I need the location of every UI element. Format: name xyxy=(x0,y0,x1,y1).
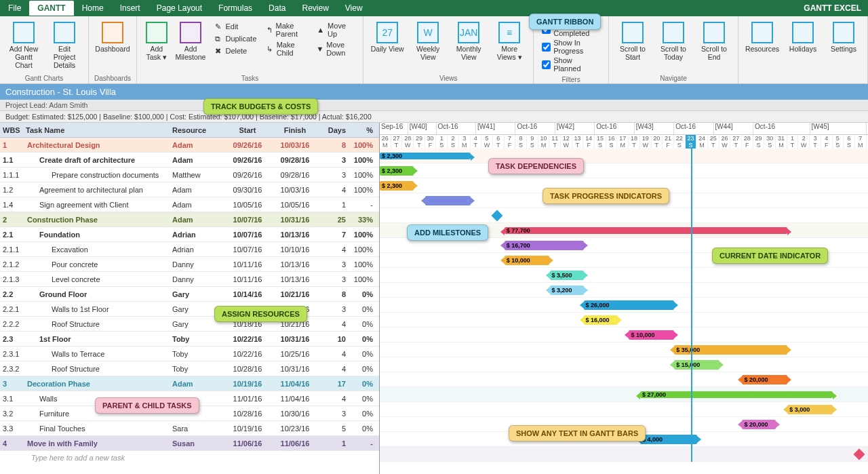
table-row[interactable]: 2Construction PhaseAdam10/07/1610/31/162… xyxy=(0,212,379,227)
scroll-start-button[interactable]: Scroll to Start xyxy=(613,19,652,73)
gantt-area[interactable]: Sep-16[W40]Oct-16[W41]Oct-16[W42]Oct-16[… xyxy=(380,123,868,474)
gantt-bar[interactable] xyxy=(425,196,471,205)
more-button[interactable]: ≡More Views ▾ xyxy=(490,19,529,73)
col-finish[interactable]: Finish xyxy=(271,126,319,134)
add-gantt-button[interactable]: Add New Gantt Chart xyxy=(4,19,43,73)
gantt-bar[interactable]: $ 15,000 xyxy=(674,360,719,370)
cell: 100% xyxy=(349,141,376,149)
table-row[interactable]: 1.4Sign agreement with ClientAdam10/05/1… xyxy=(0,197,379,212)
table-row[interactable]: 2.1.1ExcavationAdrian10/07/1610/10/16410… xyxy=(0,242,379,257)
menu-insert[interactable]: Insert xyxy=(112,1,149,16)
gantt-bar[interactable]: $ 10,000 xyxy=(629,330,674,340)
cmd-move-up[interactable]: ▲Move Up xyxy=(315,20,356,39)
group-label: Filters xyxy=(561,75,580,83)
cell: 10/07/16 xyxy=(224,216,271,224)
gantt-bar[interactable]: $ 16,000 xyxy=(584,315,618,325)
daily-button[interactable]: 27Daily View xyxy=(368,19,407,73)
gantt-bar[interactable]: $ 16,700 xyxy=(505,241,584,250)
menu-formulas[interactable]: Formulas xyxy=(210,1,260,16)
table-row[interactable]: 2.1.2Pour concreteDanny10/11/1610/13/163… xyxy=(0,257,379,272)
table-row[interactable]: 1.2Agreement to architectural planAdam09… xyxy=(0,182,379,197)
scroll-end-button[interactable]: Scroll to End xyxy=(694,19,734,73)
table-row[interactable]: 2.2.2Roof StructureGary10/18/1610/21/164… xyxy=(0,317,379,332)
table-row[interactable]: 2.2Ground FloorGary10/14/1610/21/1680% xyxy=(0,287,379,302)
table-row[interactable]: 2.31st FloorToby10/22/1610/31/16100% xyxy=(0,332,379,347)
col-pct[interactable]: % xyxy=(349,126,376,134)
cmd-make-parent[interactable]: ↰Make Parent xyxy=(264,20,308,39)
gantt-bar[interactable]: $ 20,000 xyxy=(742,375,787,384)
filter-planned-checkbox[interactable] xyxy=(542,60,551,69)
menu-file[interactable]: File xyxy=(0,1,29,16)
add-task-button[interactable]: Add Task ▾ xyxy=(141,19,172,73)
table-row[interactable]: 1.1Create draft of architectureAdam09/26… xyxy=(0,153,379,167)
gantt-bar-label: $ 2,300 xyxy=(382,167,402,174)
milestone-icon[interactable] xyxy=(492,210,503,222)
holidays-button[interactable]: Holidays xyxy=(783,19,823,82)
cmd-edit[interactable]: ✎Edit xyxy=(212,20,258,33)
cmd-delete[interactable]: ✖Delete xyxy=(212,45,258,57)
gantt-bar[interactable]: $ 77,700 xyxy=(505,227,788,234)
resources-button[interactable]: Resources xyxy=(743,19,782,82)
col-days[interactable]: Days xyxy=(319,126,349,134)
col-wbs[interactable]: WBS xyxy=(0,126,23,134)
col-start[interactable]: Start xyxy=(224,126,271,134)
table-row[interactable]: 2.1FoundationAdrian10/07/1610/13/167100% xyxy=(0,227,379,242)
task-table: WBS Task Name Resource Start Finish Days… xyxy=(0,123,380,474)
gantt-bar[interactable]: $ 20,000 xyxy=(742,420,776,429)
menu-view[interactable]: View xyxy=(337,1,371,16)
filter-inprogress[interactable]: Show In Progress xyxy=(540,38,601,56)
monthly-button[interactable]: JANMonthly View xyxy=(449,19,488,73)
cell: 10/19/16 xyxy=(224,424,271,433)
gantt-bar[interactable]: $ 2,300 xyxy=(380,153,471,159)
table-row[interactable]: 2.1.3Level concreteDanny10/11/1610/13/16… xyxy=(0,272,379,287)
menu-home[interactable]: Home xyxy=(74,1,112,16)
gantt-bar[interactable]: $ 2,300 xyxy=(380,181,414,191)
scroll-today-button[interactable]: Scroll to Today xyxy=(654,19,693,73)
filter-planned[interactable]: Show Planned xyxy=(540,56,601,73)
gantt-bar[interactable]: $ 10,000 xyxy=(505,256,550,265)
table-row[interactable]: 1.1.1Prepare construction documentsMatth… xyxy=(0,167,379,182)
cmd-make-child[interactable]: ↳Make Child xyxy=(264,39,308,58)
gantt-bar[interactable]: $ 27,000 xyxy=(640,391,833,398)
add-milestone-button[interactable]: Add Milestone xyxy=(174,19,208,73)
menu-review[interactable]: Review xyxy=(294,1,336,16)
gantt-bar[interactable]: $ 26,000 xyxy=(584,300,675,310)
gantt-bar[interactable]: $ 3,200 xyxy=(550,285,584,295)
callout-resources: ASSIGN RESOURCES xyxy=(214,306,307,322)
new-task-input[interactable]: Type here to add a new task xyxy=(0,451,379,465)
cell: 10/22/16 xyxy=(224,350,271,358)
col-resource[interactable]: Resource xyxy=(170,126,224,134)
menu-data[interactable]: Data xyxy=(260,1,294,16)
menu-page-layout[interactable]: Page Layout xyxy=(149,1,210,16)
gantt-bar-label: $ 77,700 xyxy=(507,227,530,234)
gantt-bar-label: $ 3,000 xyxy=(789,406,810,413)
cell: Roof Structure xyxy=(23,320,170,328)
cmd-duplicate[interactable]: ⧉Duplicate xyxy=(212,33,258,45)
cell: Danny xyxy=(170,275,224,283)
table-row[interactable]: 2.2.1Walls to 1st FloorGary10/14/1610/16… xyxy=(0,302,379,317)
gantt-bar[interactable]: $ 3,500 xyxy=(550,271,584,280)
milestone-icon[interactable] xyxy=(854,449,865,460)
cell: Prepare construction documents xyxy=(23,171,170,179)
table-row[interactable]: 4Move in with FamilySusan11/06/1611/06/1… xyxy=(0,436,379,451)
table-row[interactable]: 2.3.2Roof StructureToby10/28/1610/31/164… xyxy=(0,361,379,376)
settings-button[interactable]: Settings xyxy=(824,19,863,82)
gantt-bar[interactable]: $ 3,000 xyxy=(787,405,833,414)
table-row[interactable]: 1Architectural DesignAdam09/26/1610/03/1… xyxy=(0,138,379,153)
menu-gantt[interactable]: GANTT xyxy=(29,1,73,16)
edit-details-button[interactable]: Edit Project Details xyxy=(45,19,84,73)
cmd-move-down[interactable]: ▼Move Down xyxy=(315,39,356,58)
table-row[interactable]: 3.3Final TouchesSara10/19/1610/23/1650% xyxy=(0,421,379,436)
gantt-bar[interactable]: $ 2,300 xyxy=(380,166,414,176)
cell: 1.4 xyxy=(0,201,23,209)
dashboard-button[interactable]: Dashboard xyxy=(93,19,132,73)
col-task[interactable]: Task Name xyxy=(23,126,170,134)
table-row[interactable]: 3Decoration PhaseAdam10/19/1611/04/16170… xyxy=(0,376,379,391)
gantt-bar[interactable]: $ 4,000 xyxy=(640,435,697,444)
weekly-button[interactable]: WWeekly View xyxy=(408,19,448,73)
table-row[interactable]: 2.3.1Walls to TerraceToby10/22/1610/25/1… xyxy=(0,347,379,361)
callout-parentchild: PARENT & CHILD TASKS xyxy=(95,397,199,414)
cell: 4 xyxy=(0,439,23,448)
filter-inprogress-checkbox[interactable] xyxy=(542,43,551,52)
cell: 1 xyxy=(319,439,349,448)
